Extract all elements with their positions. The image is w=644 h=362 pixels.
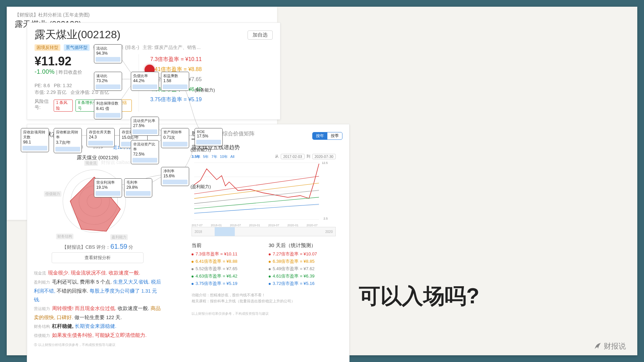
- dupont-node-debtRatio[interactable]: 负债比率44.2%: [131, 72, 159, 91]
- view-report-button[interactable]: 查看财报分析: [52, 252, 144, 263]
- date-to[interactable]: 2020-07-30: [312, 154, 336, 159]
- x-axis-ticks: 2017-072018-012018-072019-012019-072020-…: [192, 224, 326, 227]
- cbs-score: 【财报说】CBS 评分：61.59 分: [34, 243, 161, 250]
- disclaimer: ⑤ 以上财报分析结果仅供参考，不构成投资指导与建议: [34, 343, 161, 347]
- chart-navigator[interactable]: 2018 2020: [192, 227, 336, 236]
- dupont-node-roe[interactable]: ROE17.5%: [195, 128, 223, 146]
- brand-logo: 财报说: [594, 341, 626, 351]
- dupont-node-curAssetR[interactable]: 流动资产比率27.5%: [131, 117, 159, 136]
- svg-text:12.5: 12.5: [322, 161, 328, 165]
- dupont-node-invDays[interactable]: 存货在库天数24.3: [87, 128, 115, 147]
- dupont-node-grossMargin[interactable]: 毛利率29.8%: [124, 178, 152, 197]
- dupont-panel: 【财报说】杜邦分析法 (五年走势图) 露天煤业 (002128) 流动比94.3…: [7, 7, 277, 220]
- dupont-group-prof: (盈利能力): [191, 184, 211, 190]
- dupont-node-recvTurn[interactable]: 应收帐款周转率3.7次/年: [54, 128, 82, 153]
- dupont-node-quickRatio[interactable]: 速动比73.2%: [94, 72, 122, 91]
- analysis-text: 现金流现金很少. 现金流状况不佳. 收款速度一般. 盈利能力毛利还可以, 费用率…: [34, 268, 161, 340]
- dupont-group-op: (运营能力): [191, 147, 211, 153]
- headline-question: 可以入场吗?: [359, 282, 479, 311]
- dupont-subtitle: 【财报说】杜邦分析法 (五年走势图): [15, 12, 269, 18]
- dupont-node-assetTurn[interactable]: 资产周转率0.71次: [161, 128, 189, 148]
- date-from[interactable]: 2017-02-03: [281, 154, 304, 159]
- dupont-node-nonCurAssetR[interactable]: 非流动资产比率72.5%: [131, 140, 159, 164]
- dupont-node-opMargin[interactable]: 营业利润率19.1%: [94, 178, 122, 197]
- dupont-node-recvDays[interactable]: 应收款项周转天数98.1: [21, 128, 49, 152]
- brand-icon: [594, 342, 602, 350]
- dupont-node-intCov[interactable]: 利息保障倍数8.41 倍: [94, 99, 122, 119]
- dupont-node-equityMult[interactable]: 权益乘数1.58: [161, 72, 189, 91]
- svg-text:2.5: 2.5: [323, 217, 328, 220]
- dupont-group-fin: (财务能力): [195, 87, 215, 93]
- dupont-node-curRatio[interactable]: 流动比94.3%: [94, 44, 122, 63]
- chart-note: 功能介绍：想精准抄底，股价均线不准不看！ 相关课程：报价科率上升线（批量筛选出股…: [192, 292, 336, 304]
- dupont-node-netMargin[interactable]: 净利率15.6%: [161, 167, 189, 186]
